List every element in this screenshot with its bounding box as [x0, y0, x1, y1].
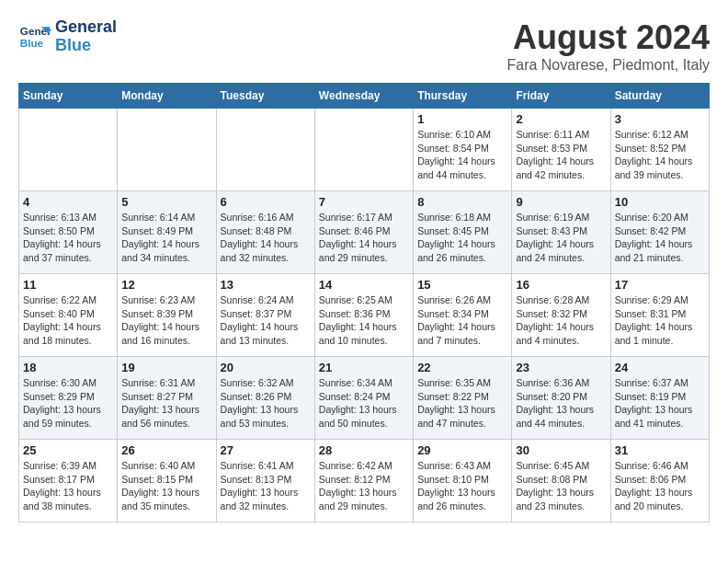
calendar-week-4: 18Sunrise: 6:30 AM Sunset: 8:29 PM Dayli… — [19, 357, 710, 440]
calendar-cell: 11Sunrise: 6:22 AM Sunset: 8:40 PM Dayli… — [19, 274, 118, 357]
calendar-cell: 5Sunrise: 6:14 AM Sunset: 8:49 PM Daylig… — [118, 191, 216, 274]
header-cell-sunday: Sunday — [19, 84, 118, 109]
day-info: Sunrise: 6:41 AM Sunset: 8:13 PM Dayligh… — [221, 459, 311, 513]
calendar-cell: 29Sunrise: 6:43 AM Sunset: 8:10 PM Dayli… — [414, 440, 512, 523]
calendar-cell — [19, 109, 118, 191]
calendar-week-2: 4Sunrise: 6:13 AM Sunset: 8:50 PM Daylig… — [19, 191, 710, 274]
day-number: 9 — [516, 195, 606, 209]
day-info: Sunrise: 6:46 AM Sunset: 8:06 PM Dayligh… — [615, 459, 705, 513]
calendar-cell: 19Sunrise: 6:31 AM Sunset: 8:27 PM Dayli… — [118, 357, 216, 440]
day-number: 19 — [121, 361, 211, 374]
day-number: 21 — [319, 361, 409, 374]
day-info: Sunrise: 6:32 AM Sunset: 8:26 PM Dayligh… — [221, 376, 311, 431]
logo-text: General Blue — [55, 18, 117, 55]
calendar-cell: 26Sunrise: 6:40 AM Sunset: 8:15 PM Dayli… — [118, 440, 216, 523]
day-number: 1 — [417, 112, 507, 126]
day-number: 5 — [121, 195, 211, 209]
day-number: 11 — [23, 278, 113, 292]
title-section: August 2024 Fara Novarese, Piedmont, Ita… — [506, 18, 710, 74]
day-info: Sunrise: 6:24 AM Sunset: 8:37 PM Dayligh… — [221, 293, 311, 348]
day-info: Sunrise: 6:28 AM Sunset: 8:32 PM Dayligh… — [516, 293, 606, 348]
day-info: Sunrise: 6:23 AM Sunset: 8:39 PM Dayligh… — [121, 293, 211, 348]
month-title: August 2024 — [506, 18, 710, 57]
calendar-cell: 17Sunrise: 6:29 AM Sunset: 8:31 PM Dayli… — [610, 274, 709, 357]
day-info: Sunrise: 6:40 AM Sunset: 8:15 PM Dayligh… — [121, 459, 211, 513]
day-number: 20 — [221, 361, 311, 374]
calendar-table: SundayMondayTuesdayWednesdayThursdayFrid… — [18, 83, 710, 523]
day-info: Sunrise: 6:26 AM Sunset: 8:34 PM Dayligh… — [417, 293, 507, 348]
calendar-cell: 24Sunrise: 6:37 AM Sunset: 8:19 PM Dayli… — [610, 357, 709, 440]
calendar-cell — [314, 109, 413, 191]
calendar-cell: 2Sunrise: 6:11 AM Sunset: 8:53 PM Daylig… — [512, 109, 610, 191]
day-info: Sunrise: 6:35 AM Sunset: 8:22 PM Dayligh… — [417, 376, 507, 431]
day-number: 15 — [417, 278, 507, 292]
day-number: 2 — [516, 112, 606, 126]
day-info: Sunrise: 6:42 AM Sunset: 8:12 PM Dayligh… — [319, 459, 409, 513]
day-info: Sunrise: 6:45 AM Sunset: 8:08 PM Dayligh… — [516, 459, 606, 513]
calendar-cell — [118, 109, 216, 191]
day-info: Sunrise: 6:30 AM Sunset: 8:29 PM Dayligh… — [23, 376, 113, 431]
day-info: Sunrise: 6:11 AM Sunset: 8:53 PM Dayligh… — [516, 128, 606, 182]
day-number: 29 — [417, 443, 507, 457]
day-number: 8 — [417, 195, 507, 209]
day-number: 23 — [516, 361, 606, 374]
day-info: Sunrise: 6:37 AM Sunset: 8:19 PM Dayligh… — [615, 376, 705, 431]
calendar-cell: 21Sunrise: 6:34 AM Sunset: 8:24 PM Dayli… — [314, 357, 413, 440]
calendar-cell: 13Sunrise: 6:24 AM Sunset: 8:37 PM Dayli… — [216, 274, 314, 357]
page-header: General Blue General Blue August 2024 Fa… — [18, 18, 710, 74]
calendar-cell: 28Sunrise: 6:42 AM Sunset: 8:12 PM Dayli… — [314, 440, 413, 523]
day-number: 16 — [516, 278, 606, 292]
day-info: Sunrise: 6:16 AM Sunset: 8:48 PM Dayligh… — [221, 211, 311, 265]
day-number: 18 — [23, 361, 113, 374]
day-info: Sunrise: 6:22 AM Sunset: 8:40 PM Dayligh… — [23, 293, 113, 348]
calendar-cell: 6Sunrise: 6:16 AM Sunset: 8:48 PM Daylig… — [216, 191, 314, 274]
day-number: 13 — [221, 278, 311, 292]
day-info: Sunrise: 6:10 AM Sunset: 8:54 PM Dayligh… — [417, 128, 507, 182]
calendar-cell: 18Sunrise: 6:30 AM Sunset: 8:29 PM Dayli… — [19, 357, 118, 440]
day-info: Sunrise: 6:12 AM Sunset: 8:52 PM Dayligh… — [615, 128, 705, 182]
day-info: Sunrise: 6:14 AM Sunset: 8:49 PM Dayligh… — [121, 211, 211, 265]
day-info: Sunrise: 6:13 AM Sunset: 8:50 PM Dayligh… — [23, 211, 113, 265]
header-cell-tuesday: Tuesday — [216, 84, 314, 109]
header-cell-thursday: Thursday — [414, 84, 512, 109]
header-cell-friday: Friday — [512, 84, 610, 109]
calendar-cell: 1Sunrise: 6:10 AM Sunset: 8:54 PM Daylig… — [414, 109, 512, 191]
day-number: 31 — [615, 443, 705, 457]
logo-icon: General Blue — [18, 20, 51, 53]
day-info: Sunrise: 6:18 AM Sunset: 8:45 PM Dayligh… — [417, 211, 507, 265]
header-cell-wednesday: Wednesday — [314, 84, 413, 109]
day-number: 28 — [319, 443, 409, 457]
logo: General Blue General Blue — [18, 18, 117, 55]
day-info: Sunrise: 6:25 AM Sunset: 8:36 PM Dayligh… — [319, 293, 409, 348]
location: Fara Novarese, Piedmont, Italy — [506, 57, 710, 74]
day-number: 26 — [121, 443, 211, 457]
day-number: 30 — [516, 443, 606, 457]
calendar-cell: 27Sunrise: 6:41 AM Sunset: 8:13 PM Dayli… — [216, 440, 314, 523]
day-number: 12 — [121, 278, 211, 292]
calendar-cell: 4Sunrise: 6:13 AM Sunset: 8:50 PM Daylig… — [19, 191, 118, 274]
calendar-cell: 23Sunrise: 6:36 AM Sunset: 8:20 PM Dayli… — [512, 357, 610, 440]
day-info: Sunrise: 6:29 AM Sunset: 8:31 PM Dayligh… — [615, 293, 705, 348]
day-info: Sunrise: 6:34 AM Sunset: 8:24 PM Dayligh… — [319, 376, 409, 431]
calendar-cell: 8Sunrise: 6:18 AM Sunset: 8:45 PM Daylig… — [414, 191, 512, 274]
day-number: 25 — [23, 443, 113, 457]
day-number: 14 — [319, 278, 409, 292]
day-info: Sunrise: 6:19 AM Sunset: 8:43 PM Dayligh… — [516, 211, 606, 265]
header-row: SundayMondayTuesdayWednesdayThursdayFrid… — [19, 84, 710, 109]
calendar-cell: 12Sunrise: 6:23 AM Sunset: 8:39 PM Dayli… — [118, 274, 216, 357]
day-info: Sunrise: 6:43 AM Sunset: 8:10 PM Dayligh… — [417, 459, 507, 513]
calendar-cell: 22Sunrise: 6:35 AM Sunset: 8:22 PM Dayli… — [414, 357, 512, 440]
calendar-cell: 10Sunrise: 6:20 AM Sunset: 8:42 PM Dayli… — [610, 191, 709, 274]
calendar-cell: 3Sunrise: 6:12 AM Sunset: 8:52 PM Daylig… — [610, 109, 709, 191]
day-info: Sunrise: 6:17 AM Sunset: 8:46 PM Dayligh… — [319, 211, 409, 265]
day-number: 6 — [221, 195, 311, 209]
calendar-header: SundayMondayTuesdayWednesdayThursdayFrid… — [19, 84, 710, 109]
calendar-week-1: 1Sunrise: 6:10 AM Sunset: 8:54 PM Daylig… — [19, 109, 710, 191]
day-info: Sunrise: 6:31 AM Sunset: 8:27 PM Dayligh… — [121, 376, 211, 431]
header-cell-saturday: Saturday — [610, 84, 709, 109]
day-info: Sunrise: 6:36 AM Sunset: 8:20 PM Dayligh… — [516, 376, 606, 431]
header-cell-monday: Monday — [118, 84, 216, 109]
day-number: 7 — [319, 195, 409, 209]
calendar-week-3: 11Sunrise: 6:22 AM Sunset: 8:40 PM Dayli… — [19, 274, 710, 357]
calendar-cell — [216, 109, 314, 191]
